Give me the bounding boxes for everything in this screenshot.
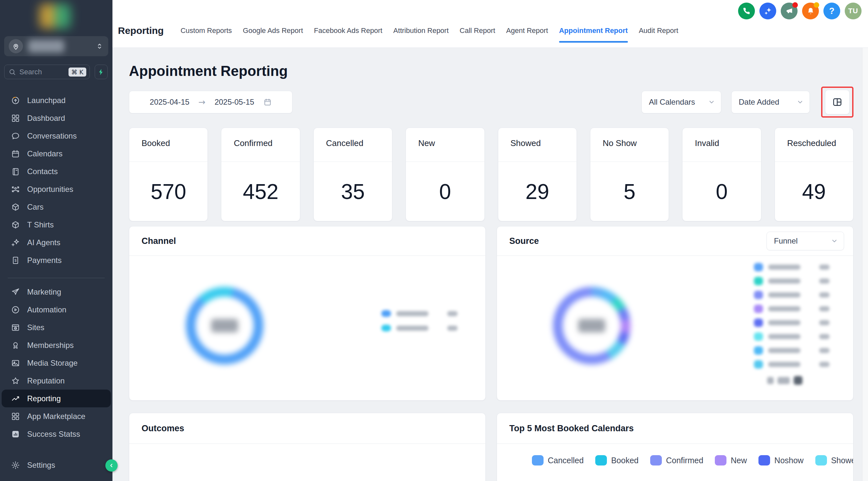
user-avatar[interactable]: TU: [845, 3, 862, 20]
scrollbar-track[interactable]: [862, 48, 868, 481]
sidebar-item-success-statss[interactable]: Success Statss: [2, 425, 111, 443]
launchpad-icon: [11, 96, 20, 105]
sidebar-item-label: Success Statss: [27, 430, 80, 439]
announcements-button[interactable]: [781, 3, 798, 20]
tab-google-ads-report[interactable]: Google Ads Report: [243, 27, 303, 35]
sidebar-item-memberships[interactable]: Memberships: [2, 336, 111, 354]
date-to-value[interactable]: 2025-05-15: [215, 98, 254, 106]
megaphone-icon: [785, 7, 793, 15]
sidebar-item-automation[interactable]: Automation: [2, 301, 111, 319]
sidebar-menu-primary: Launchpad Dashboard Conversations Calend…: [0, 91, 113, 269]
lightning-bolt-icon: [97, 68, 105, 76]
stat-cards-row: Booked 570 Confirmed 452 Cancelled 35 Ne…: [129, 128, 854, 221]
sidebar-item-settings[interactable]: Settings: [2, 456, 111, 474]
chevron-down-icon: [708, 99, 715, 106]
source-legend-blurred: [754, 263, 830, 368]
tab-audit-report[interactable]: Audit Report: [639, 27, 678, 35]
trend-up-icon: [11, 394, 20, 404]
sidebar-item-opportunities[interactable]: Opportunities: [2, 180, 111, 198]
legend-label: New: [731, 456, 747, 465]
chevron-down-icon: [797, 99, 804, 106]
tab-custom-reports[interactable]: Custom Reports: [181, 27, 232, 35]
search-input-wrap: ⌘ K: [4, 65, 90, 79]
ai-assistant-button[interactable]: [760, 3, 776, 20]
legend-swatch: [815, 455, 827, 466]
stat-value: 29: [525, 179, 549, 204]
channel-card-title: Channel: [142, 236, 176, 246]
top5-legend: Cancelled Booked Confirmed New Noshow: [532, 455, 854, 466]
chevron-down-icon: [831, 237, 838, 245]
date-type-filter-select[interactable]: Date Added: [731, 91, 810, 114]
sidebar-menu-footer: Settings: [0, 456, 113, 474]
sidebar-item-tshirts[interactable]: T Shirts: [2, 216, 111, 233]
sidebar-item-label: Payments: [27, 256, 62, 265]
sidebar-item-app-marketplace[interactable]: App Marketplace: [2, 407, 111, 425]
sidebar-item-label: Media Storage: [27, 359, 78, 367]
legend-label: Cancelled: [548, 456, 584, 465]
notifications-button[interactable]: [802, 3, 819, 20]
sparkles-icon: [764, 7, 772, 15]
bell-icon: [806, 7, 815, 15]
outcomes-card: Outcomes: [129, 413, 486, 481]
stat-label: Showed: [498, 128, 577, 162]
main-content: Appointment Reporting 2025-04-15 → 2025-…: [113, 48, 868, 481]
calendars-filter-select[interactable]: All Calendars: [642, 91, 721, 114]
stat-value: 570: [151, 179, 186, 204]
sidebar: ⌘ K Launchpad Dashboard Conversations: [0, 0, 113, 481]
sidebar-item-contacts[interactable]: Contacts: [2, 162, 111, 180]
sidebar-item-cars[interactable]: Cars: [2, 198, 111, 216]
tab-agent-report[interactable]: Agent Report: [506, 27, 548, 35]
calendars-filter-value: All Calendars: [649, 98, 695, 106]
legend-item-new: New: [715, 455, 747, 466]
stat-card-confirmed: Confirmed 452: [221, 128, 300, 221]
layout-columns-button[interactable]: [825, 90, 849, 114]
sidebar-item-label: Sites: [27, 323, 44, 332]
sidebar-item-label: T Shirts: [27, 220, 54, 229]
legend-label: Booked: [611, 456, 639, 465]
sidebar-item-label: Reputation: [27, 376, 65, 385]
source-chart: [497, 256, 853, 400]
top5-calendars-card: Top 5 Most Booked Calendars Cancelled Bo…: [497, 413, 854, 481]
sidebar-item-conversations[interactable]: Conversations: [2, 127, 111, 145]
sidebar-item-sites[interactable]: Sites: [2, 319, 111, 336]
legend-swatch: [758, 455, 770, 466]
cube-icon: [11, 202, 20, 212]
source-total-blurred: [578, 319, 605, 332]
legend-item-cancelled: Cancelled: [532, 455, 584, 466]
sidebar-collapse-button[interactable]: [105, 459, 118, 472]
sidebar-item-ai-agents[interactable]: AI Agents: [2, 233, 111, 251]
date-from-value[interactable]: 2025-04-15: [150, 98, 189, 106]
stat-label: Booked: [129, 128, 208, 162]
search-input[interactable]: [20, 68, 68, 76]
stat-value: 35: [341, 179, 365, 204]
channel-legend-blurred: [381, 310, 458, 331]
account-switcher[interactable]: [4, 36, 108, 56]
sidebar-item-reporting[interactable]: Reporting: [2, 390, 111, 407]
stat-card-no-show: No Show 5: [590, 128, 669, 221]
sidebar-item-launchpad[interactable]: Launchpad: [2, 91, 111, 109]
stat-label: Confirmed: [221, 128, 300, 162]
calendar-icon: [11, 149, 20, 159]
tab-attribution-report[interactable]: Attribution Report: [393, 27, 448, 35]
tab-call-report[interactable]: Call Report: [460, 27, 495, 35]
help-button[interactable]: ?: [824, 3, 840, 20]
stat-label: No Show: [590, 128, 669, 162]
cube-icon: [11, 220, 20, 230]
sidebar-item-reputation[interactable]: Reputation: [2, 372, 111, 390]
quick-actions-button[interactable]: [95, 65, 107, 79]
tab-appointment-report[interactable]: Appointment Report: [559, 27, 628, 35]
stat-label: Rescheduled: [775, 128, 853, 162]
sidebar-item-payments[interactable]: $ Payments: [2, 251, 111, 269]
sidebar-item-marketing[interactable]: Marketing: [2, 283, 111, 301]
sidebar-item-media-storage[interactable]: Media Storage: [2, 354, 111, 372]
phone-button[interactable]: [738, 3, 755, 20]
question-mark-icon: ?: [829, 6, 835, 16]
source-legend-pagination-blurred[interactable]: [767, 376, 802, 385]
sidebar-item-calendars[interactable]: Calendars: [2, 145, 111, 162]
date-range-picker[interactable]: 2025-04-15 → 2025-05-15: [129, 91, 292, 114]
source-view-select[interactable]: Funnel: [767, 232, 844, 250]
tab-facebook-ads-report[interactable]: Facebook Ads Report: [314, 27, 383, 35]
sidebar-item-dashboard[interactable]: Dashboard: [2, 109, 111, 127]
filters-row: 2025-04-15 → 2025-05-15 All Calendars Da…: [129, 91, 854, 114]
sidebar-item-label: Dashboard: [27, 114, 65, 123]
